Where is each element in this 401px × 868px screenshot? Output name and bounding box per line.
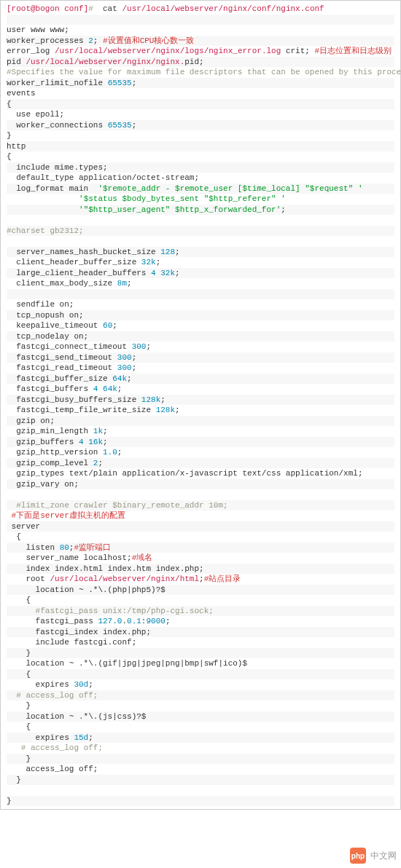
code-line: gzip_comp_level 2; (7, 458, 394, 469)
code-token: ; (127, 279, 132, 288)
code-line: #下面是server虚拟主机的配置 (7, 510, 394, 521)
code-token: server_name localhost; (7, 553, 132, 562)
code-line: fastcgi_buffers 4 64k; (7, 384, 394, 395)
code-token (7, 237, 21, 245)
code-line: tcp_nodelay on; (7, 331, 394, 342)
code-token: #站点目录 (204, 575, 241, 583)
code-line (7, 489, 394, 500)
code-line: gzip_http_version 1.0; (7, 447, 394, 458)
code-token: ; (160, 395, 166, 404)
code-token: local (74, 575, 98, 583)
code-token: ; (281, 205, 286, 214)
code-token: ; (98, 459, 103, 467)
code-token: 128k (141, 395, 160, 404)
code-token: ; (112, 321, 117, 330)
code-token: listen (7, 543, 60, 552)
code-token: ; (132, 121, 137, 130)
code-line (7, 215, 394, 226)
code-token: #charset gb2312; (7, 226, 84, 235)
code-token: 64k (112, 374, 127, 383)
code-line: client_header_buffer_size 32k; (7, 257, 394, 268)
code-token: server (7, 522, 40, 531)
code-line: #Specifies the value for maximum file de… (7, 67, 394, 78)
code-token: /webserver/nginx/html (98, 575, 199, 583)
code-line: include fastcgi.conf; (7, 637, 394, 648)
code-line: '$status $body_bytes_sent "$http_referer… (7, 194, 394, 205)
code-token: 127.0 (98, 617, 122, 626)
code-token: ; (132, 363, 137, 372)
code-token: fastcgi_buffer_size (7, 374, 112, 383)
code-token: ; (93, 36, 103, 45)
code-token: gzip_min_length (7, 427, 93, 435)
code-token: crit; (281, 47, 314, 55)
code-token: include mime.types; (7, 163, 108, 172)
code-token: default_type application/octet-stream; (7, 173, 199, 182)
code-token: ; (117, 448, 122, 457)
code-token: client_max_body_size (7, 279, 117, 288)
code-token: #limit_zone crawler $binary_remote_addr … (16, 501, 227, 510)
code-line: index index.html index.htm index.php; (7, 564, 394, 575)
code-token: 15d (74, 733, 88, 742)
code-line: { (7, 151, 394, 162)
code-token: # (88, 4, 98, 13)
code-token: ; (127, 374, 132, 383)
code-token: gzip_http_version (7, 448, 103, 457)
code-line: default_type application/octet-stream; (7, 173, 394, 184)
code-token: gzip_comp_level (7, 459, 93, 467)
code-line (7, 785, 394, 796)
code-token: fastcgi_temp_file_write_size (7, 406, 156, 414)
code-token: expires (7, 733, 74, 742)
code-token: 4 (151, 269, 156, 277)
code-line: '"$http_user_agent" $http_x_forwarded_fo… (7, 205, 394, 216)
code-token (7, 290, 21, 299)
code-line: fastcgi_buffer_size 64k; (7, 374, 394, 384)
code-token: } (7, 701, 31, 710)
code-line: location ~ .*\.(js|css)?$ (7, 711, 394, 722)
code-line: tcp_nopush on; (7, 310, 394, 321)
code-token: #设置值和CPU核心数一致 (103, 36, 194, 45)
code-token: 16k (88, 438, 103, 446)
code-token: 128k (156, 406, 175, 414)
code-token: ; (103, 427, 108, 435)
code-line: #charset gb2312; (7, 226, 394, 237)
code-line: gzip_vary on; (7, 479, 394, 490)
code-line: http (7, 141, 394, 152)
code-token: local (50, 58, 74, 66)
code-line: #limit_zone crawler $binary_remote_addr … (7, 500, 394, 511)
code-token: ; (132, 353, 137, 362)
code-token: access_log off; (7, 765, 98, 773)
code-token: /usr/ (26, 58, 50, 66)
code-token: { (7, 152, 12, 161)
code-line: log_format main '$remote_addr - $remote_… (7, 184, 394, 194)
code-token: location ~ .*\.(php|php5)?$ (7, 585, 166, 594)
code-token: client_header_buffer_size (7, 258, 141, 267)
code-line: events (7, 88, 394, 99)
code-token: fastcgi_read_timeout (7, 363, 117, 372)
code-line: server (7, 521, 394, 532)
nginx-conf-code-block[interactable]: [root@bogon conf]# cat /usr/local/webser… (0, 0, 401, 810)
code-token: ; (166, 617, 171, 626)
code-token: tcp_nodelay on; (7, 332, 88, 341)
code-line: keepalive_timeout 60; (7, 320, 394, 331)
code-token: fastcgi_index index.php; (7, 628, 151, 636)
code-token: ; (88, 680, 93, 689)
code-token: } (7, 754, 31, 763)
code-token: location ~ .*\.(gif|jpg|jpeg|png|bmp|swf… (7, 659, 247, 668)
code-line: } (7, 648, 394, 659)
code-token: ; (199, 575, 204, 583)
code-token: events (7, 89, 36, 98)
code-token: /usr/ (122, 4, 146, 13)
code-token: fastcgi_busy_buffers_size (7, 395, 141, 404)
code-token (7, 216, 21, 224)
code-line: worker_rlimit_nofile 65535; (7, 78, 394, 89)
code-token: pid; (184, 58, 203, 66)
code-line: { (7, 595, 394, 606)
code-token: 0.1 (127, 617, 141, 626)
code-token: 8m (117, 279, 127, 288)
code-token: 128 (160, 248, 175, 256)
code-line: error_log /usr/local/webserver/nginx/log… (7, 46, 394, 57)
code-token: http (7, 142, 26, 151)
code-token: sendfile on; (7, 300, 74, 309)
code-token: 300 (117, 353, 132, 362)
code-token: log_format main (7, 184, 98, 193)
